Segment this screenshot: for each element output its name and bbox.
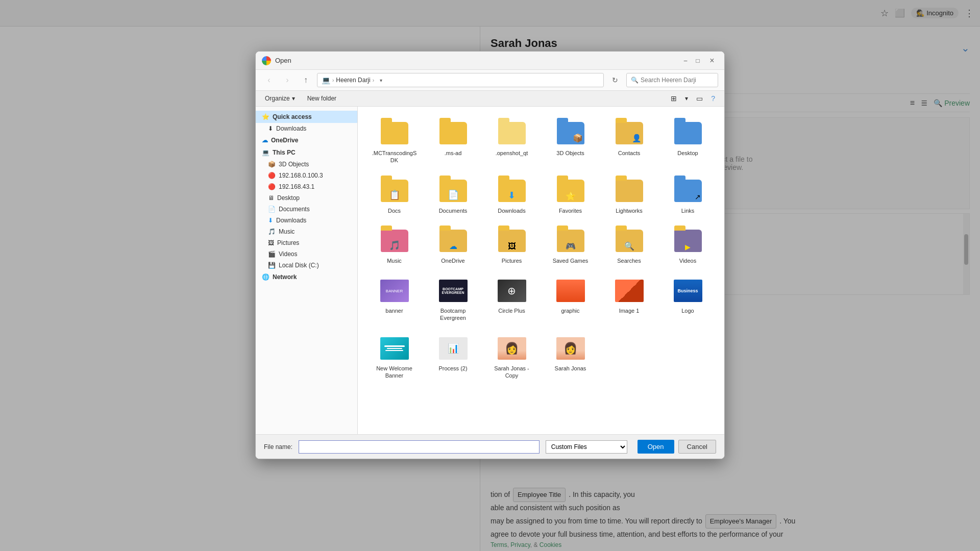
sidebar-item-desktop[interactable]: 🖥 Desktop bbox=[256, 192, 357, 204]
filetype-select[interactable]: Custom Files All Files bbox=[546, 440, 627, 454]
file-item-desktop[interactable]: Desktop bbox=[659, 115, 716, 168]
breadcrumb-dropdown-btn[interactable]: ▾ bbox=[376, 76, 385, 85]
details-pane-button[interactable]: ▭ bbox=[693, 93, 706, 104]
file-item-documents[interactable]: 📄 Documents bbox=[425, 172, 481, 218]
new-folder-button[interactable]: New folder bbox=[304, 93, 339, 104]
sidebar-item-local-disk[interactable]: 💾 Local Disk (C:) bbox=[256, 260, 357, 271]
file-item-music[interactable]: 🎵 Music bbox=[366, 222, 423, 268]
view-mode-button[interactable]: ⊞ bbox=[668, 93, 680, 104]
onedrive-header[interactable]: ☁ OneDrive bbox=[256, 134, 357, 146]
file-item-saved-games[interactable]: 🎮 Saved Games bbox=[542, 222, 599, 268]
search-bar: 🔍 bbox=[626, 73, 718, 87]
dialog-close-button[interactable]: × bbox=[706, 55, 718, 67]
downloads-icon: ⬇ bbox=[268, 125, 273, 132]
file-item-pictures[interactable]: 🖼 Pictures bbox=[483, 222, 540, 268]
network-drive2-icon: 🔴 bbox=[268, 183, 276, 190]
search-icon: 🔍 bbox=[631, 77, 639, 84]
this-pc-header[interactable]: 💻 This PC bbox=[256, 146, 357, 159]
minimize-button[interactable]: – bbox=[681, 57, 690, 65]
network-header[interactable]: 🌐 Network bbox=[256, 271, 357, 283]
videos-icon: 🎬 bbox=[268, 251, 276, 258]
desktop-icon: 🖥 bbox=[268, 194, 274, 202]
dialog-overlay: Open – □ × ‹ › ↑ 💻 › Heeren Darji › ▾ ↻ … bbox=[0, 0, 980, 551]
open-button[interactable]: Open bbox=[638, 440, 674, 454]
star-icon: ⭐ bbox=[262, 113, 270, 120]
quick-access-label: Quick access bbox=[273, 113, 312, 120]
file-item-contacts[interactable]: 👤 Contacts bbox=[601, 115, 657, 168]
file-item-process[interactable]: 📊 Process (2) bbox=[425, 330, 481, 384]
file-item-image1[interactable]: Image 1 bbox=[601, 272, 657, 326]
dialog-nav-toolbar: ‹ › ↑ 💻 › Heeren Darji › ▾ ↻ 🔍 bbox=[256, 70, 724, 91]
network-drive-icon: 🔴 bbox=[268, 172, 276, 179]
file-item-searches[interactable]: 🔍 Searches bbox=[601, 222, 657, 268]
forward-button[interactable]: › bbox=[280, 73, 295, 87]
view-dropdown-button[interactable]: ▾ bbox=[682, 93, 691, 104]
sidebar-item-pictures[interactable]: 🖼 Pictures bbox=[256, 237, 357, 248]
3d-icon: 📦 bbox=[268, 161, 276, 168]
sidebar-item-downloads[interactable]: ⬇ Downloads bbox=[256, 123, 357, 134]
breadcrumb-bar: 💻 › Heeren Darji › ▾ bbox=[317, 73, 604, 87]
file-item-bootcamp[interactable]: BOOTCAMPEVERGREEN Bootcamp Evergreen bbox=[425, 272, 481, 326]
view-controls: ⊞ ▾ ▭ ? bbox=[668, 93, 718, 104]
file-item-onedrive[interactable]: ☁ OneDrive bbox=[425, 222, 481, 268]
file-item-circle-plus[interactable]: ⊕ Circle Plus bbox=[483, 272, 540, 326]
documents-icon: 📄 bbox=[268, 206, 276, 213]
dialog-title: Open bbox=[275, 57, 291, 64]
breadcrumb-current: Heeren Darji bbox=[336, 77, 370, 84]
file-item-sarah[interactable]: 👩 Sarah Jonas bbox=[542, 330, 599, 384]
breadcrumb-icon: 💻 bbox=[322, 76, 330, 84]
file-item-docs[interactable]: 📋 Docs bbox=[366, 172, 423, 218]
back-button[interactable]: ‹ bbox=[262, 73, 276, 87]
sidebar-item-videos[interactable]: 🎬 Videos bbox=[256, 248, 357, 260]
file-item-welcome-banner[interactable]: New Welcome Banner bbox=[366, 330, 423, 384]
file-item-favorites[interactable]: ⭐ Favorites bbox=[542, 172, 599, 218]
content-area: .MCTranscodingSDK .ms-ad bbox=[358, 107, 724, 434]
sidebar-item-192-1[interactable]: 🔴 192.168.0.100.3 bbox=[256, 170, 357, 181]
file-item-ms-ad[interactable]: .ms-ad bbox=[425, 115, 481, 168]
cloud-icon: ☁ bbox=[262, 137, 268, 144]
filename-input[interactable] bbox=[299, 440, 540, 454]
file-item-downloads[interactable]: ⬇ Downloads bbox=[483, 172, 540, 218]
organize-label: Organize bbox=[265, 95, 290, 102]
title-left: Open bbox=[262, 56, 291, 65]
file-item-mctranscodingsdk[interactable]: .MCTranscodingSDK bbox=[366, 115, 423, 168]
file-item-banner[interactable]: BANNER banner bbox=[366, 272, 423, 326]
organize-dropdown-icon: ▾ bbox=[292, 95, 295, 102]
file-item-logo[interactable]: Business Logo bbox=[659, 272, 716, 326]
quick-access-header[interactable]: ⭐ Quick access bbox=[256, 111, 357, 123]
cancel-button[interactable]: Cancel bbox=[678, 440, 716, 454]
network-icon: 🌐 bbox=[262, 273, 270, 281]
dialog-footer: File name: Custom Files All Files Open C… bbox=[256, 434, 724, 459]
pc-icon: 💻 bbox=[262, 149, 270, 156]
files-grid: .MCTranscodingSDK .ms-ad bbox=[366, 115, 716, 383]
filename-label: File name: bbox=[264, 443, 292, 450]
sidebar-item-music[interactable]: 🎵 Music bbox=[256, 226, 357, 237]
file-item-lightworks[interactable]: Lightworks bbox=[601, 172, 657, 218]
file-item-3d-objects[interactable]: 📦 3D Objects bbox=[542, 115, 599, 168]
file-item-videos[interactable]: ▶ Videos bbox=[659, 222, 716, 268]
downloads-label: Downloads bbox=[276, 125, 306, 132]
file-item-sarah-copy[interactable]: 👩 Sarah Jonas - Copy bbox=[483, 330, 540, 384]
chrome-logo bbox=[262, 56, 271, 65]
organize-button[interactable]: Organize ▾ bbox=[262, 93, 298, 104]
file-item-links[interactable]: ↗ Links bbox=[659, 172, 716, 218]
search-input[interactable] bbox=[641, 77, 712, 84]
help-button[interactable]: ? bbox=[708, 93, 718, 104]
refresh-button[interactable]: ↻ bbox=[608, 73, 622, 87]
sidebar-item-documents[interactable]: 📄 Documents bbox=[256, 204, 357, 215]
sidebar-item-downloads2[interactable]: ⬇ Downloads bbox=[256, 215, 357, 226]
sidebar-item-192-2[interactable]: 🔴 192.168.43.1 bbox=[256, 181, 357, 192]
dialog-titlebar: Open – □ × bbox=[256, 52, 724, 70]
maximize-button[interactable]: □ bbox=[694, 57, 702, 65]
up-button[interactable]: ↑ bbox=[299, 73, 313, 87]
action-bar: Organize ▾ New folder ⊞ ▾ ▭ ? bbox=[256, 91, 724, 107]
downloads2-icon: ⬇ bbox=[268, 217, 273, 224]
new-folder-label: New folder bbox=[307, 95, 336, 102]
pictures-icon: 🖼 bbox=[268, 239, 274, 246]
network-label: Network bbox=[273, 273, 297, 281]
open-dialog: Open – □ × ‹ › ↑ 💻 › Heeren Darji › ▾ ↻ … bbox=[255, 51, 725, 459]
sidebar-item-3d-objects[interactable]: 📦 3D Objects bbox=[256, 159, 357, 170]
file-item-graphic[interactable]: graphic bbox=[542, 272, 599, 326]
disk-icon: 💾 bbox=[268, 262, 276, 269]
file-item-openshot[interactable]: .openshot_qt bbox=[483, 115, 540, 168]
